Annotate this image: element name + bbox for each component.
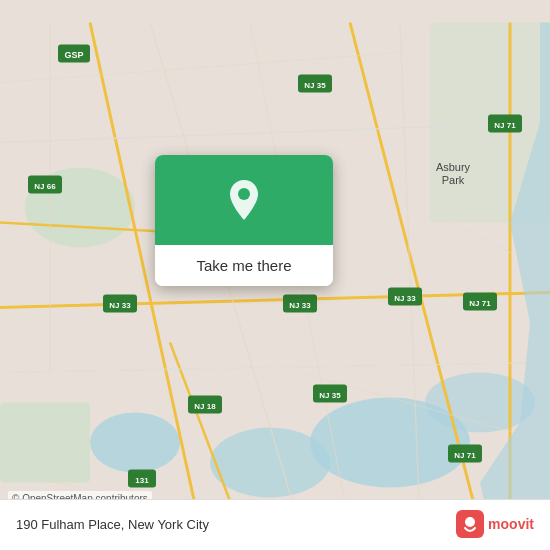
moovit-label: moovit [488, 516, 534, 532]
svg-text:NJ 71: NJ 71 [494, 121, 516, 130]
svg-text:NJ 33: NJ 33 [394, 294, 416, 303]
svg-text:Park: Park [442, 174, 465, 186]
svg-text:NJ 33: NJ 33 [109, 301, 131, 310]
take-me-there-button[interactable]: Take me there [155, 245, 333, 286]
svg-text:NJ 33: NJ 33 [289, 301, 311, 310]
location-popup: Take me there [155, 155, 333, 286]
svg-point-52 [465, 517, 475, 527]
svg-text:131: 131 [135, 476, 149, 485]
svg-text:NJ 66: NJ 66 [34, 182, 56, 191]
svg-text:Asbury: Asbury [436, 161, 471, 173]
svg-text:NJ 35: NJ 35 [319, 391, 341, 400]
location-label: 190 Fulham Place, New York City [16, 517, 209, 532]
svg-point-2 [90, 413, 180, 473]
svg-point-50 [238, 188, 250, 200]
svg-text:NJ 18: NJ 18 [194, 402, 216, 411]
svg-rect-3 [0, 403, 90, 483]
svg-text:NJ 35: NJ 35 [304, 81, 326, 90]
svg-text:GSP: GSP [64, 50, 83, 60]
bottom-panel: 190 Fulham Place, New York City moovit [0, 499, 550, 550]
svg-text:NJ 71: NJ 71 [454, 451, 476, 460]
map-container: GSP NJ 35 NJ 71 NJ 66 NJ 33 NJ 33 NJ 33 … [0, 0, 550, 550]
moovit-logo: moovit [456, 510, 534, 538]
moovit-icon [456, 510, 484, 538]
location-pin-icon [226, 178, 262, 222]
svg-text:NJ 71: NJ 71 [469, 299, 491, 308]
popup-header [155, 155, 333, 245]
svg-point-5 [210, 428, 330, 498]
